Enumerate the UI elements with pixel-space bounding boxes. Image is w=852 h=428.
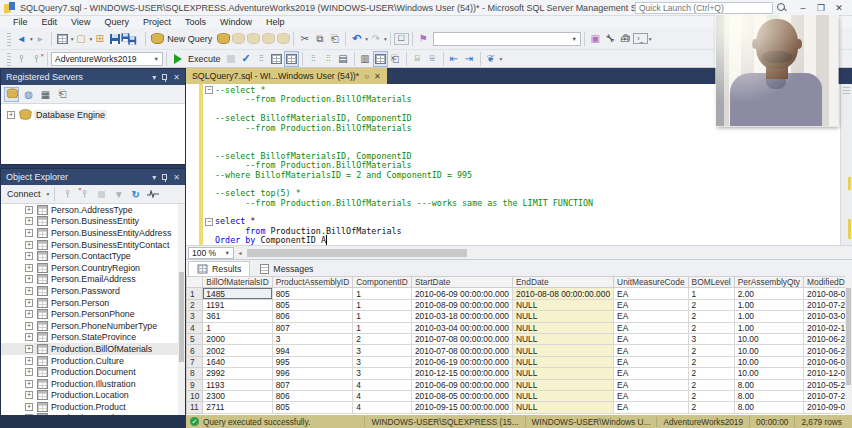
cell[interactable]: NULL	[513, 368, 614, 379]
cell[interactable]: NULL	[513, 402, 614, 413]
connect-button[interactable]: Connect	[7, 189, 41, 199]
analysis-query-icon-3[interactable]	[260, 31, 275, 47]
cell[interactable]: 805	[272, 402, 353, 413]
cell[interactable]: 3	[688, 333, 734, 344]
tree-item-production-culture[interactable]: +Production.Culture	[1, 355, 185, 367]
chevron-down-icon[interactable]: ▼	[154, 56, 159, 62]
navigate-back-icon[interactable]: ◂	[14, 31, 29, 47]
code-line[interactable]	[215, 180, 840, 189]
cell[interactable]: 805	[272, 288, 353, 299]
menu-window[interactable]: Window	[213, 16, 259, 28]
tree-item-production-document[interactable]: +Production.Document	[1, 366, 185, 378]
expand-icon[interactable]: +	[25, 403, 33, 411]
cell[interactable]: 995	[272, 356, 353, 367]
results-grid[interactable]: BillOfMaterialsIDProductAssemblyIDCompon…	[186, 276, 852, 415]
change-connection-icon[interactable]: ⫯×	[29, 51, 44, 67]
filter-icon[interactable]: ▼	[111, 186, 126, 202]
refresh-icon[interactable]: ↻	[128, 186, 143, 202]
chevron-down-icon[interactable]: ▼	[225, 250, 230, 256]
column-header-bomlevel[interactable]: BOMLevel	[688, 277, 734, 288]
cell[interactable]: 2010-06-19 00:00:00.000	[411, 356, 512, 367]
quick-launch-input[interactable]	[635, 2, 773, 14]
save-icon[interactable]	[107, 31, 122, 47]
menu-query[interactable]: Query	[97, 16, 136, 28]
fold-collapse-icon[interactable]: −	[205, 218, 213, 226]
pin-icon[interactable]	[162, 74, 167, 80]
results-to-text-icon[interactable]: ▥	[358, 51, 373, 67]
row-number[interactable]: 6	[187, 345, 203, 356]
cell[interactable]: 805	[272, 299, 353, 310]
cell[interactable]: NULL	[513, 390, 614, 401]
row-number[interactable]: 1	[187, 288, 203, 299]
cell[interactable]: EA	[614, 299, 689, 310]
cell[interactable]: 2000	[203, 333, 272, 344]
central-management-servers-icon[interactable]: ◍	[21, 86, 36, 102]
cell[interactable]: EA	[614, 368, 689, 379]
connect-icon[interactable]: ⫯	[14, 51, 29, 67]
cell[interactable]: 2	[688, 322, 734, 333]
cell[interactable]: 10.00	[734, 333, 803, 344]
menu-tools[interactable]: Tools	[178, 16, 213, 28]
expand-icon[interactable]: +	[25, 357, 33, 365]
table-row[interactable]: 9119380742010-06-09 00:00:00.000NULLEA28…	[187, 379, 852, 390]
registered-servers-header[interactable]: Registered Servers ▾ ✕	[1, 69, 185, 85]
tree-item-person-contacttype[interactable]: +Person.ContactType	[1, 250, 185, 262]
cell[interactable]: 1191	[203, 299, 272, 310]
export-servers-icon[interactable]: ⎗	[55, 86, 70, 102]
connect-dropdown-icon[interactable]: ▾	[47, 191, 50, 197]
find-combo[interactable]: ▼	[433, 32, 581, 46]
table-row[interactable]: 52000322010-07-08 00:00:00.000NULLEA310.…	[187, 333, 852, 344]
cell[interactable]: 2	[688, 311, 734, 322]
copy-icon[interactable]: ⧉	[312, 31, 327, 47]
menu-edit[interactable]: Edit	[35, 16, 65, 28]
minimize-button[interactable]: –	[794, 1, 812, 15]
undo-icon[interactable]: ↶	[349, 31, 364, 47]
cell[interactable]: 2010-07-08 00:00:00.000	[411, 345, 512, 356]
activity-monitor-icon[interactable]	[145, 186, 160, 202]
cell[interactable]: 2	[688, 390, 734, 401]
cell[interactable]: 2010-08-05 00:00:00.000	[411, 390, 512, 401]
column-header-enddate[interactable]: EndDate	[513, 277, 614, 288]
object-explorer-vscrollbar[interactable]	[178, 204, 185, 428]
cell[interactable]: 1	[688, 288, 734, 299]
client-stats-icon[interactable]: ▤	[336, 51, 351, 67]
toolbar-overflow-icon[interactable]: ▾	[500, 56, 503, 62]
column-header-billofmaterialsid[interactable]: BillOfMaterialsID	[203, 277, 272, 288]
disconnect-plug-icon[interactable]: ×⫯	[77, 186, 92, 202]
cell[interactable]: 10.00	[734, 345, 803, 356]
database-engine-icon[interactable]	[4, 87, 19, 102]
column-header-perassemblyqty[interactable]: PerAssemblyQty	[734, 277, 803, 288]
cell[interactable]: 2	[688, 356, 734, 367]
document-tab-sqlquery7[interactable]: SQLQuery7.sql - WI...Windows User (54))*…	[186, 68, 387, 84]
new-query-button[interactable]: New Query	[167, 34, 212, 44]
cell[interactable]: 3	[353, 345, 412, 356]
find-icon[interactable]: ☐	[394, 33, 409, 45]
cell[interactable]: EA	[614, 333, 689, 344]
execute-button[interactable]: Execute	[188, 54, 221, 64]
tree-item-production-illustration[interactable]: +Production.Illustration	[1, 378, 185, 390]
table-row[interactable]: 8299299632010-12-15 00:00:00.000NULLEA21…	[187, 368, 852, 379]
column-header-componentid[interactable]: ComponentID	[353, 277, 412, 288]
code-line[interactable]: Order by ComponentID A	[215, 236, 840, 245]
cell[interactable]: 2	[353, 333, 412, 344]
results-vscrollbar[interactable]	[845, 276, 852, 415]
expand-icon[interactable]: +	[7, 111, 15, 119]
tree-item-person-stateprovince[interactable]: +Person.StateProvince	[1, 332, 185, 344]
tree-item-database-engine[interactable]: + Database Engine	[1, 108, 185, 122]
cell[interactable]: 806	[272, 311, 353, 322]
expand-icon[interactable]: +	[25, 299, 33, 307]
new-project-icon[interactable]	[55, 31, 70, 47]
analysis-query-icon-4[interactable]	[275, 31, 290, 47]
tree-item-person-businessentity[interactable]: +Person.BusinessEntity	[1, 216, 185, 228]
cut-icon[interactable]: ✂	[297, 31, 312, 47]
import-servers-icon[interactable]: ▦	[38, 86, 53, 102]
expand-icon[interactable]: +	[25, 391, 33, 399]
table-row[interactable]: 1148580512010-06-09 00:00:00.0002010-08-…	[187, 288, 852, 299]
expand-icon[interactable]: +	[25, 310, 33, 318]
properties-wrench-icon[interactable]: 🔧︎	[603, 31, 618, 47]
results-to-file-icon[interactable]: ⎗	[388, 51, 403, 67]
cell[interactable]: 2010-08-09 00:00:00.000	[411, 299, 512, 310]
database-combo[interactable]: AdventureWorks2019▼	[51, 52, 163, 66]
debug-icon[interactable]: ❦	[484, 51, 499, 67]
menu-file[interactable]: File	[6, 16, 35, 28]
